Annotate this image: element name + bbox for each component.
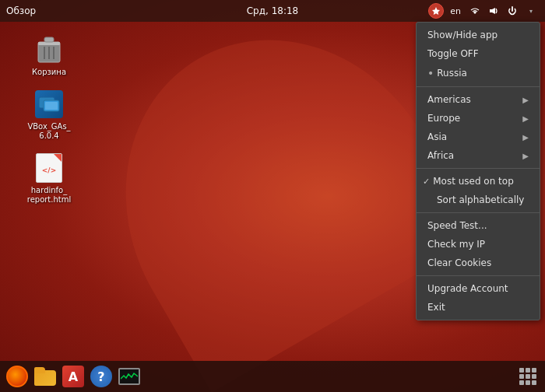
firefox-taskbar-icon[interactable] (5, 364, 30, 389)
html-file-icon-image: </> (33, 152, 65, 184)
monitor-icon-image (118, 368, 140, 385)
show-apps-button[interactable] (515, 364, 540, 389)
africa-arrow: ▶ (522, 152, 529, 160)
europe-arrow: ▶ (522, 114, 529, 123)
overview-label[interactable]: Обзор (6, 5, 36, 16)
files-taskbar-icon[interactable] (33, 364, 58, 389)
context-menu: Show/Hide app Toggle OFF • Russia Americ… (416, 22, 540, 320)
grid-dot (526, 380, 530, 385)
vpn-icon[interactable] (428, 3, 444, 19)
taskbar: A ? (0, 361, 545, 392)
datetime-label: Срд, 18:18 (247, 5, 299, 16)
svg-rect-11 (45, 102, 58, 110)
menu-europe[interactable]: Europe ▶ (417, 109, 540, 128)
americas-arrow: ▶ (522, 96, 529, 104)
grid-dot (519, 368, 524, 373)
grid-dot (519, 380, 524, 385)
sound-icon[interactable] (486, 3, 501, 19)
menu-check-ip[interactable]: Check my IP (417, 235, 540, 254)
menu-americas[interactable]: Americas ▶ (417, 90, 540, 109)
trash-icon[interactable]: Корзина (22, 31, 76, 80)
separator-3 (417, 212, 540, 213)
svg-marker-0 (432, 7, 440, 15)
firefox-icon-image (6, 366, 28, 387)
menu-africa[interactable]: Africa ▶ (417, 146, 540, 165)
separator-1 (417, 86, 540, 87)
svg-rect-4 (38, 42, 60, 45)
grid-dot (532, 368, 536, 373)
menu-russia[interactable]: • Russia (417, 63, 540, 83)
menu-sort-alpha[interactable]: Sort alphabetically (417, 191, 540, 209)
grid-dot (526, 374, 530, 379)
menu-clear-cookies[interactable]: Clear Cookies (417, 254, 540, 272)
menu-show-hide[interactable]: Show/Hide app (417, 26, 540, 44)
monitor-taskbar-icon[interactable] (117, 364, 142, 389)
separator-2 (417, 168, 540, 169)
appstore-taskbar-icon[interactable]: A (61, 364, 86, 389)
vbox-label: VBox_GAs_6.0.4 (27, 122, 70, 141)
files-icon-image (34, 367, 56, 386)
svg-rect-1 (490, 9, 492, 12)
menu-most-used[interactable]: ✓ Most used on top (417, 172, 540, 191)
grid-icon-image (519, 368, 536, 385)
trash-label: Корзина (32, 68, 66, 77)
asia-arrow: ▶ (522, 133, 529, 142)
menu-toggle-off[interactable]: Toggle OFF (417, 44, 540, 63)
most-used-checkmark: ✓ (423, 177, 430, 187)
panel-menu-arrow[interactable]: ▾ (523, 3, 539, 19)
network-icon[interactable] (467, 3, 483, 19)
trash-icon-image (33, 34, 65, 65)
top-panel: Обзор Срд, 18:18 en (0, 0, 545, 22)
appstore-icon-image: A (62, 366, 84, 387)
grid-dot (519, 374, 524, 379)
menu-asia[interactable]: Asia ▶ (417, 128, 540, 146)
svg-marker-2 (492, 8, 495, 14)
panel-right-icons: en (428, 3, 539, 19)
grid-dot (526, 368, 530, 373)
power-icon[interactable] (505, 3, 520, 19)
menu-speed-test[interactable]: Speed Test... (417, 216, 540, 235)
menu-upgrade[interactable]: Upgrade Account (417, 279, 540, 298)
svg-rect-5 (44, 37, 54, 42)
vbox-icon-image (33, 89, 65, 120)
help-taskbar-icon[interactable]: ? (89, 364, 114, 389)
html-label: hardinfo_report.html (27, 186, 72, 205)
language-indicator[interactable]: en (447, 3, 464, 19)
russia-dot: • (427, 67, 434, 79)
html-file-icon[interactable]: </> hardinfo_report.html (22, 149, 76, 208)
vbox-icon[interactable]: VBox_GAs_6.0.4 (22, 86, 76, 144)
grid-dot (532, 380, 536, 385)
menu-exit[interactable]: Exit (417, 298, 540, 317)
help-icon-image: ? (90, 366, 112, 387)
grid-dot (532, 374, 536, 379)
separator-4 (417, 275, 540, 276)
desktop: Обзор Срд, 18:18 en (0, 0, 545, 392)
